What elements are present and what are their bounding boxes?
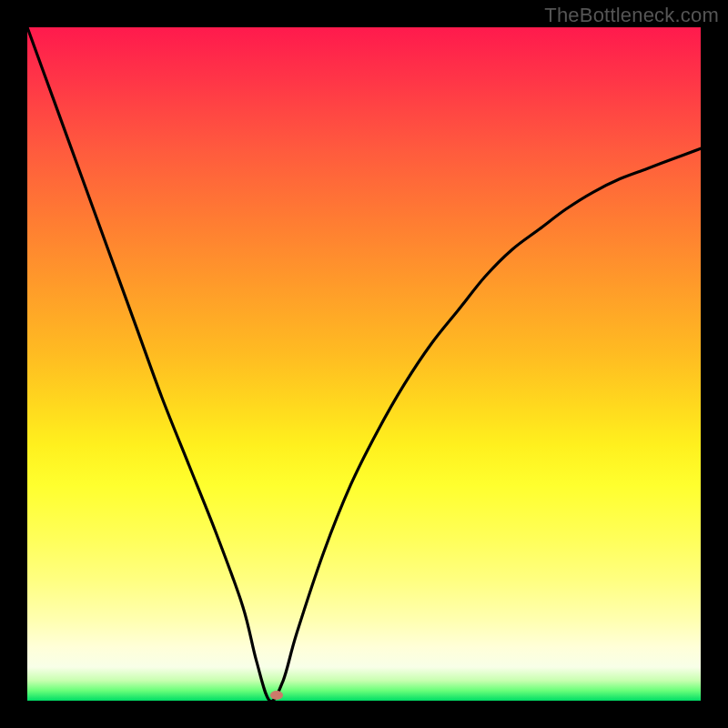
plot-area [27,27,701,701]
bottleneck-curve [27,27,701,701]
optimal-point-marker [270,691,283,700]
curve-path [27,27,701,702]
chart-frame: TheBottleneck.com [0,0,728,728]
watermark-text: TheBottleneck.com [544,4,719,27]
